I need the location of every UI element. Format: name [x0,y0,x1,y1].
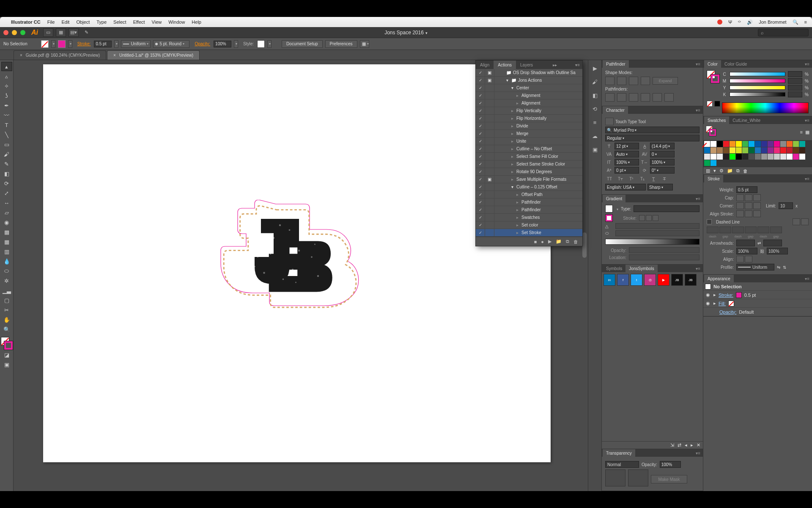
swatch[interactable] [774,141,780,147]
symbol-instagram[interactable]: ◎ [644,274,656,286]
action-row[interactable]: ✓▸Alignment [476,99,582,107]
swatch[interactable] [780,141,786,147]
hscale-field[interactable]: 100% [650,159,675,166]
swatch[interactable] [730,154,735,160]
panel-menu-icon[interactable]: ▾≡ [693,451,703,456]
symbol-next-icon[interactable]: ▸ [691,442,693,448]
font-family-field[interactable]: 🔍Myriad Pro [605,127,700,133]
gradient-preview-dd[interactable] [615,207,618,211]
symbol-linkedin[interactable]: in [604,274,615,286]
swatch-options-icon[interactable]: ⚙ [719,168,724,174]
swatch[interactable] [787,147,793,153]
eyedropper-tool[interactable]: 💧 [1,257,12,266]
stroke-weight-dd[interactable] [114,40,118,48]
pf-minus-front[interactable] [617,77,626,85]
swatch[interactable] [768,141,774,147]
gradient-tab[interactable]: Gradient [603,195,625,202]
type-tool[interactable]: T [1,120,12,130]
action-row[interactable]: ✓▸Set color [476,221,582,229]
action-row[interactable]: ✓▸Merge [476,130,582,138]
menu-view[interactable]: View [152,19,162,25]
dock-play-icon[interactable]: ▶ [590,64,600,73]
symbols-tab[interactable]: Symbols [603,265,625,272]
swatch[interactable] [704,141,710,147]
curvature-tool[interactable]: 〰 [1,110,12,120]
menu-object[interactable]: Object [76,19,90,25]
language-field[interactable]: English: USA [605,184,646,190]
panel-menu-icon[interactable]: ▾≡ [802,62,812,66]
panel-menu-icon[interactable]: ▾≡ [693,108,703,113]
arrow-end-field[interactable] [763,240,782,246]
stroke-dropdown[interactable] [68,40,72,48]
appear-stroke-label[interactable]: Stroke: [719,293,733,298]
eraser-tool[interactable]: ◧ [1,169,12,178]
gradient-loc-field[interactable] [629,254,700,260]
stop-button-icon[interactable]: ■ [534,239,537,244]
transparency-tab[interactable]: Transparency [603,449,635,457]
document-setup-button[interactable]: Document Setup [282,40,323,48]
menu-type[interactable]: Type [96,19,107,25]
c-slider[interactable] [730,72,785,76]
action-row[interactable]: ✓▣▸Save Multiple File Formats [476,176,582,183]
dash-gap-fields[interactable] [707,226,809,233]
dock-libraries-icon[interactable]: ☁ [590,131,600,141]
profile-flip-x-icon[interactable]: ⇋ [777,265,780,270]
swatch[interactable] [761,147,767,153]
dash-align-buttons[interactable] [793,218,809,225]
swatch[interactable] [730,141,735,147]
swatch[interactable] [755,154,761,160]
swatch[interactable] [717,147,723,153]
pathfinder-tab[interactable]: Pathfinder [603,60,629,68]
actions-tab[interactable]: Actions [494,61,516,69]
swatch[interactable] [799,141,805,147]
action-row[interactable]: ✓▸Offset Path [476,191,582,199]
swatches-fillstroke[interactable] [706,126,716,136]
y-value[interactable] [788,85,802,91]
volume-icon[interactable]: 🔊 [747,19,753,25]
pf-merge[interactable] [629,93,638,102]
arrow-align-buttons[interactable] [736,256,752,262]
menu-select[interactable]: Select [113,19,126,25]
action-row[interactable]: ✓▸Flip Horizontally [476,115,582,122]
pf-unite[interactable] [605,77,614,85]
pencil-tool[interactable]: ✎ [1,159,12,168]
symbol-break-icon[interactable]: ⇄ [678,442,681,448]
tracking-field[interactable]: 0 [650,151,675,157]
y-slider[interactable] [730,86,785,90]
artwork-jb-monogram[interactable] [212,200,365,331]
width-tool[interactable]: ↔ [1,198,12,207]
swatch[interactable] [749,154,754,160]
graphic-style-dd[interactable] [267,40,272,48]
swatch[interactable] [749,147,754,153]
gradient-angle-field[interactable] [615,223,700,229]
swatches-tab[interactable]: Swatches [704,116,729,124]
symbol-jb-dark-2[interactable]: JB [685,274,697,286]
k-value[interactable] [788,91,802,97]
opacity-link[interactable]: Opacity: [195,41,210,46]
gradient-fillstroke[interactable] [605,214,613,222]
appear-stroke-weight[interactable]: 0.5 pt [744,293,756,298]
visibility-icon[interactable]: ◉ [705,301,711,306]
superscript-btn[interactable]: T¹ [627,175,636,182]
panel-menu-icon[interactable]: ▾≡ [693,62,703,66]
strikethrough-btn[interactable]: T̶ [660,175,669,182]
swatch[interactable] [761,154,767,160]
free-transform-tool[interactable]: ▱ [1,208,12,217]
disclosure-icon[interactable]: ▸ [713,301,716,306]
arrow-scale-start[interactable]: 100% [736,248,757,254]
swatch[interactable] [793,141,799,147]
swatch[interactable] [723,147,729,153]
color-tab[interactable]: Color [704,60,721,68]
gradient-stroke-align[interactable] [639,215,658,221]
color-mode-toggle[interactable]: ◪ [1,350,12,359]
slice-tool[interactable]: ✂ [1,305,12,315]
menu-effect[interactable]: Effect [133,19,145,25]
swatch[interactable] [710,141,716,147]
menu-help[interactable]: Help [192,19,201,25]
menu-edit[interactable]: Edit [61,19,69,25]
stroke-link[interactable]: Stroke: [77,41,91,46]
new-set-icon[interactable]: 📁 [556,239,562,244]
swatch[interactable] [710,160,716,166]
dock-brushes-icon[interactable]: 🖌 [590,77,600,86]
swatch[interactable] [736,141,742,147]
